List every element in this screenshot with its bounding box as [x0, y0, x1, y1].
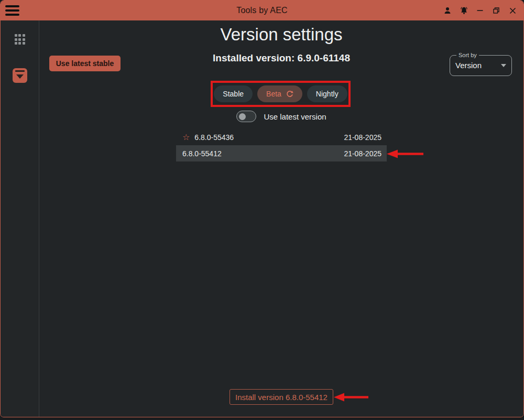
version-number: 6.8.0-55436: [194, 133, 344, 142]
app-window: Tools by AEC: [0, 0, 524, 417]
annotation-arrow-selected-row: [387, 149, 423, 158]
page-title: Version settings: [39, 25, 523, 45]
sort-by-dropdown[interactable]: Sort by Version: [450, 52, 512, 76]
tab-beta[interactable]: Beta: [257, 85, 302, 102]
tab-stable[interactable]: Stable: [214, 85, 253, 102]
version-list: ☆ 6.8.0-55436 21-08-2025 6.8.0-55412 21-…: [176, 129, 387, 161]
use-latest-version-label: Use latest version: [264, 112, 326, 121]
version-date: 21-08-2025: [344, 149, 381, 158]
star-icon[interactable]: ☆: [182, 133, 190, 142]
window-title: Tools by AEC: [1, 6, 523, 15]
sort-by-legend: Sort by: [456, 52, 479, 58]
version-row[interactable]: ☆ 6.8.0-55436 21-08-2025: [176, 129, 387, 145]
use-latest-version-toggle[interactable]: [236, 111, 256, 122]
refresh-icon: [286, 90, 293, 98]
version-date: 21-08-2025: [344, 133, 381, 142]
download-icon[interactable]: [13, 68, 27, 83]
tab-nightly[interactable]: Nightly: [307, 85, 347, 102]
sort-by-value: Version: [455, 61, 482, 70]
annotation-red-rectangle: Stable Beta Nightly: [211, 81, 351, 107]
taskbar-edge: [0, 417, 524, 420]
main-content: Version settings Installed version: 6.9.…: [39, 20, 523, 417]
install-version-button[interactable]: Install version 6.8.0-55412: [230, 389, 333, 405]
sidebar: [1, 20, 39, 417]
chevron-down-icon: [501, 64, 506, 67]
version-row-selected[interactable]: 6.8.0-55412 21-08-2025: [176, 145, 387, 161]
toggle-knob: [239, 113, 246, 120]
title-bar: Tools by AEC: [1, 1, 523, 20]
tab-beta-label: Beta: [266, 90, 281, 98]
annotation-arrow-install-button: [334, 393, 368, 402]
use-latest-stable-button[interactable]: Use latest stable: [49, 56, 121, 71]
version-number: 6.8.0-55412: [182, 149, 344, 158]
apps-grid-icon[interactable]: [15, 34, 25, 45]
